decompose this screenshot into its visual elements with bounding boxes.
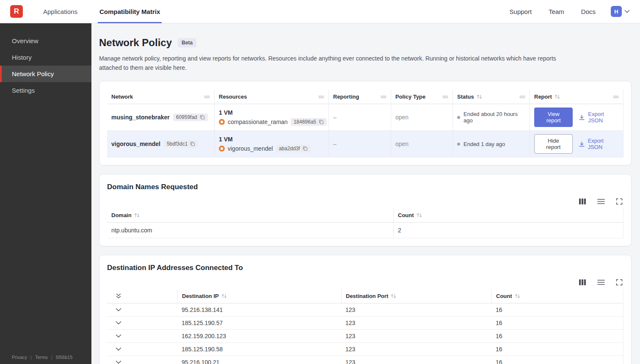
domains-card: Domain Names Requested Domain Count bbox=[99, 174, 632, 246]
sort-icon bbox=[391, 294, 396, 298]
page-title: Network Policy bbox=[99, 37, 172, 49]
destination-port-cell: 123 bbox=[341, 303, 491, 316]
column-menu-icon[interactable] bbox=[204, 95, 210, 99]
chevron-down-icon[interactable] bbox=[116, 321, 121, 325]
nav-link-team[interactable]: Team bbox=[549, 8, 564, 15]
report-cell: Hide report Export JSON bbox=[530, 131, 623, 157]
columns-icon[interactable] bbox=[579, 279, 586, 286]
sidebar-item-history[interactable]: History bbox=[0, 49, 91, 66]
column-menu-icon[interactable] bbox=[381, 95, 386, 99]
copy-icon[interactable] bbox=[200, 115, 205, 120]
chevron-down-icon[interactable] bbox=[116, 347, 121, 351]
destination-port-cell: 123 bbox=[341, 317, 491, 329]
privacy-link[interactable]: Privacy bbox=[12, 355, 27, 360]
column-header-resources[interactable]: Resources bbox=[214, 90, 328, 104]
column-menu-icon[interactable] bbox=[442, 95, 448, 99]
footer-divider: | bbox=[30, 355, 32, 360]
nav-tab-applications[interactable]: Applications bbox=[41, 0, 79, 23]
column-header-domain[interactable]: Domain bbox=[107, 208, 393, 222]
reporting-cell: – bbox=[328, 104, 391, 130]
resource-id: aba2dd3f bbox=[279, 146, 300, 152]
copy-icon[interactable] bbox=[319, 119, 324, 124]
download-icon bbox=[579, 114, 585, 121]
column-label: Network bbox=[111, 94, 133, 100]
destination-row: 162.159.200.123 123 16 bbox=[107, 330, 623, 343]
rows-icon[interactable] bbox=[597, 199, 605, 204]
column-label: Reporting bbox=[333, 94, 359, 100]
destination-ip-cell: 95.216.100.21 bbox=[177, 356, 341, 364]
footer-divider: | bbox=[51, 355, 52, 360]
destination-ip-cell: 185.125.190.58 bbox=[177, 343, 341, 356]
network-name: musing_stonebraker bbox=[111, 114, 170, 121]
sidebar-item-overview[interactable]: Overview bbox=[0, 33, 91, 49]
resource-id-badge: aba2dd3f bbox=[276, 145, 311, 152]
copy-icon[interactable] bbox=[190, 141, 195, 146]
chevron-down-icon[interactable] bbox=[116, 308, 121, 312]
top-navbar: R Applications Compatibility Matrix Supp… bbox=[0, 0, 640, 23]
fullscreen-icon[interactable] bbox=[616, 279, 623, 286]
export-json-label: Export JSON bbox=[588, 138, 619, 150]
status-dot bbox=[457, 116, 460, 119]
column-label: Resources bbox=[219, 94, 247, 100]
chevron-down-icon[interactable] bbox=[624, 10, 630, 13]
column-header-policy-type[interactable]: Policy Type bbox=[391, 90, 452, 104]
destinations-card-title: Destination IP Addresses Connected To bbox=[107, 264, 623, 272]
count-cell: 2 bbox=[393, 223, 623, 238]
network-row-selected: vigorous_mendel 5bdf3dc1 1 VM vigorous_m… bbox=[107, 131, 623, 157]
fullscreen-icon[interactable] bbox=[616, 198, 623, 205]
status-text: Ended about 20 hours ago bbox=[463, 111, 525, 124]
export-json-link[interactable]: Export JSON bbox=[579, 138, 619, 150]
sidebar-item-settings[interactable]: Settings bbox=[0, 82, 91, 99]
status-dot bbox=[457, 143, 460, 146]
app-logo[interactable]: R bbox=[10, 5, 23, 18]
sort-icon bbox=[515, 294, 520, 298]
nav-tab-compatibility-matrix[interactable]: Compatibility Matrix bbox=[98, 0, 162, 23]
sort-icon bbox=[554, 94, 560, 99]
status-cell: Ended about 20 hours ago bbox=[452, 104, 530, 130]
network-id-badge: 5bdf3dc1 bbox=[164, 140, 198, 148]
resource-icon bbox=[219, 119, 225, 125]
nav-link-support[interactable]: Support bbox=[510, 8, 532, 15]
resources-cell: 1 VM vigorous_mendel aba2dd3f bbox=[214, 131, 328, 157]
column-header-count[interactable]: Count bbox=[393, 208, 623, 222]
main-content: Network Policy Beta Manage network polic… bbox=[91, 23, 640, 364]
destinations-card: Destination IP Addresses Connected To De… bbox=[99, 255, 632, 364]
chevron-down-icon[interactable] bbox=[116, 334, 121, 338]
destinations-toolbar bbox=[108, 279, 623, 286]
column-header-status[interactable]: Status bbox=[452, 90, 530, 104]
count-cell: 16 bbox=[491, 330, 623, 342]
column-header-destination-port[interactable]: Destination Port bbox=[341, 289, 491, 303]
column-menu-icon[interactable] bbox=[519, 95, 525, 99]
column-header-report[interactable]: Report bbox=[530, 90, 623, 104]
report-cell: View report Export JSON bbox=[530, 104, 623, 130]
sidebar-item-network-policy[interactable]: Network Policy bbox=[0, 66, 91, 82]
hide-report-button[interactable]: Hide report bbox=[534, 134, 573, 154]
column-menu-icon[interactable] bbox=[613, 95, 619, 99]
sort-icon bbox=[134, 213, 140, 218]
network-name-cell: musing_stonebraker 60959fad bbox=[107, 104, 214, 130]
expand-all-header bbox=[107, 289, 177, 303]
resource-name: compassionate_raman bbox=[228, 119, 288, 125]
rows-icon[interactable] bbox=[597, 279, 605, 285]
terms-link[interactable]: Terms bbox=[35, 355, 48, 360]
column-header-destination-ip[interactable]: Destination IP bbox=[177, 289, 341, 303]
network-row: musing_stonebraker 60959fad 1 VM compass… bbox=[107, 104, 623, 131]
double-chevron-down-icon[interactable] bbox=[116, 293, 121, 299]
column-header-network[interactable]: Network bbox=[107, 90, 214, 104]
page-description: Manage network policy, reporting and vie… bbox=[99, 54, 569, 72]
columns-icon[interactable] bbox=[579, 198, 586, 205]
chevron-down-icon[interactable] bbox=[116, 361, 121, 364]
count-cell: 16 bbox=[491, 356, 623, 364]
nav-link-docs[interactable]: Docs bbox=[581, 8, 596, 15]
column-menu-icon[interactable] bbox=[318, 95, 324, 99]
column-header-count[interactable]: Count bbox=[491, 289, 623, 303]
count-cell: 16 bbox=[491, 303, 623, 316]
destination-row: 95.216.100.21 123 16 bbox=[107, 356, 623, 364]
copy-icon[interactable] bbox=[303, 146, 308, 151]
sidebar-footer: Privacy | Terms | 5f56b15 bbox=[12, 355, 73, 360]
column-header-reporting[interactable]: Reporting bbox=[328, 90, 391, 104]
view-report-button[interactable]: View report bbox=[534, 108, 573, 127]
user-avatar[interactable]: H bbox=[611, 6, 622, 17]
destination-row: 95.216.138.141 123 16 bbox=[107, 303, 623, 317]
export-json-link[interactable]: Export JSON bbox=[579, 111, 619, 124]
